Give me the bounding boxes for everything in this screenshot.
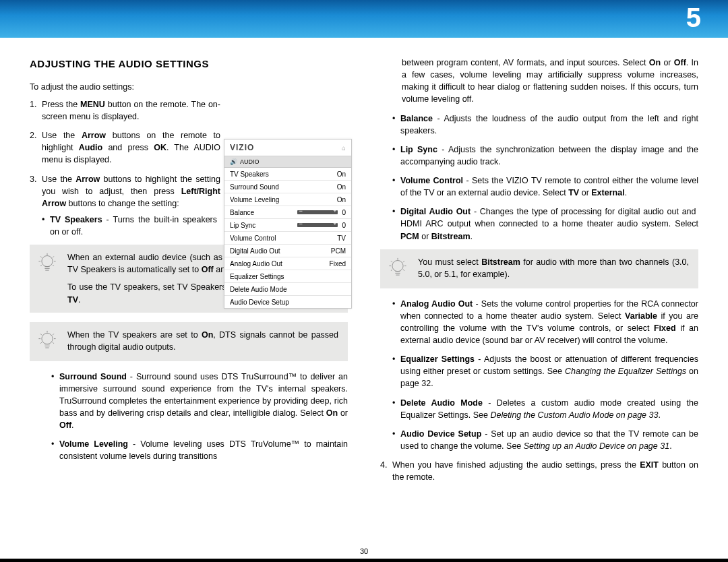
step-1: Press the MENU button on the remote. The… (42, 98, 220, 123)
chapter-number: 5 (686, 3, 701, 33)
bullet-balance: Balance - Adjusts the loudness of the au… (392, 113, 698, 137)
leveling-continued: between program content, AV formats, and… (380, 57, 698, 106)
bullet-tvspeakers: TV Speakers - Turns the built-in speaker… (42, 214, 217, 238)
bullet-leveling: Volume Leveling - Volume leveling uses D… (51, 438, 348, 462)
bullet-lipsync: Lip Sync - Adjusts the synchronization b… (392, 144, 698, 168)
intro-text: To adjust the audio settings: (30, 81, 348, 93)
lightbulb-icon (34, 251, 61, 277)
bullet-volcontrol: Volume Control - Sets the VIZIO TV remot… (392, 175, 698, 199)
chapter-header-bar: 5 (0, 0, 728, 38)
right-column: between program content, AV formats, and… (380, 57, 698, 550)
step-4: When you have finished adjusting the aud… (392, 459, 698, 483)
audio-menu-screenshot: VIZIO ⌂ 🔊AUDIO TV SpeakersOn Surround So… (224, 139, 352, 309)
bullet-digitalout: Digital Audio Out - Changes the type of … (392, 206, 698, 242)
lightbulb-icon (34, 329, 61, 354)
section-heading: ADJUSTING THE AUDIO SETTINGS (30, 57, 348, 71)
speaker-icon: 🔊 (230, 158, 237, 165)
menu-brand: VIZIO (230, 143, 254, 152)
step-3: Use the Arrow buttons to highlight the s… (42, 173, 220, 210)
home-icon: ⌂ (342, 144, 346, 152)
bullet-surround: Surround Sound - Surround sound uses DTS… (51, 371, 348, 432)
bullet-analogout: Analog Audio Out - Sets the volume contr… (392, 298, 698, 347)
svg-point-1 (42, 333, 53, 344)
tip-dts: When the TV speakers are set to On, DTS … (30, 322, 348, 361)
lightbulb-icon (384, 256, 411, 282)
step-2: Use the Arrow buttons on the remote to h… (42, 129, 220, 166)
bullet-devsetup: Audio Device Setup - Set up an audio dev… (392, 428, 698, 452)
svg-point-2 (392, 260, 403, 271)
tip-bitstream: You must select Bitstream for audio with… (380, 249, 698, 288)
bullet-eq: Equalizer Settings - Adjusts the boost o… (392, 353, 698, 389)
page-number: 30 (0, 547, 728, 555)
bottom-stripe (0, 559, 728, 562)
bullet-delete: Delete Audio Mode - Deletes a custom aud… (392, 397, 698, 421)
svg-point-0 (42, 256, 53, 267)
